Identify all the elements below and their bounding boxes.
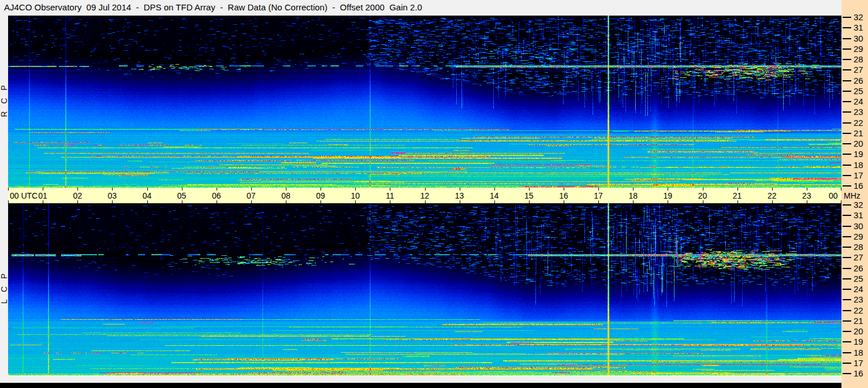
hour-label: 22 [768, 191, 777, 200]
time-tick [598, 188, 599, 191]
hour-label: 14 [490, 191, 499, 200]
hour-label: 19 [664, 191, 673, 200]
frequency-tick [843, 122, 851, 124]
hour-label: 01 [38, 191, 47, 200]
time-tick [390, 188, 390, 191]
time-tick [737, 188, 738, 191]
time-tick [633, 200, 634, 203]
time-tick [668, 200, 668, 203]
time-tick [182, 188, 182, 191]
hour-label: 08 [281, 191, 290, 200]
time-tick [460, 200, 460, 203]
time-tick [772, 188, 773, 191]
bottom-border-bar [0, 383, 841, 388]
time-tick [217, 200, 217, 203]
frequency-label: 18 [854, 160, 863, 170]
frequency-label: 21 [854, 316, 863, 326]
frequency-tick [843, 226, 851, 227]
frequency-tick [843, 215, 851, 216]
frequency-label: 28 [854, 242, 863, 252]
time-tick [8, 200, 9, 203]
hour-label: 03 [108, 191, 117, 200]
frequency-label: 24 [854, 96, 863, 106]
time-tick [321, 200, 321, 203]
frequency-label: 16 [854, 368, 863, 378]
time-tick [43, 188, 43, 191]
title-bar: AJ4CO Observatory 09 Jul 2014 - DPS on T… [0, 0, 841, 16]
frequency-label: 22 [854, 305, 863, 315]
frequency-tick [843, 247, 851, 248]
time-tick [425, 188, 426, 191]
time-tick [703, 188, 703, 191]
hour-label: 10 [351, 191, 360, 200]
frequency-label: 18 [854, 348, 863, 357]
rcp-axis-label: R C P [0, 76, 9, 126]
time-tick [112, 188, 113, 191]
frequency-tick [843, 289, 851, 290]
time-tick [112, 200, 113, 203]
time-tick [633, 188, 634, 191]
time-tick [251, 200, 252, 203]
frequency-tick [843, 80, 851, 81]
frequency-label: 31 [854, 210, 863, 220]
hour-label: 06 [212, 191, 221, 200]
time-tick [355, 200, 356, 203]
frequency-tick [843, 363, 851, 364]
hour-label: 05 [177, 191, 187, 200]
frequency-tick [843, 154, 851, 155]
time-tick [772, 200, 773, 203]
time-tick [251, 188, 252, 191]
hour-label: 15 [524, 191, 534, 200]
frequency-tick [843, 310, 851, 311]
frequency-label: 19 [854, 149, 863, 159]
time-tick [147, 200, 148, 203]
frequency-label: 32 [854, 12, 863, 22]
frequency-label: 29 [854, 232, 863, 241]
hour-label: 07 [247, 191, 256, 200]
frequency-label: 29 [854, 44, 863, 54]
time-tick [8, 188, 9, 191]
frequency-label: 22 [854, 118, 863, 128]
frequency-label: 26 [854, 263, 863, 273]
time-tick [43, 200, 43, 203]
lcp-spectrogram [8, 203, 841, 375]
frequency-label: 20 [854, 139, 863, 148]
time-tick [564, 200, 564, 203]
time-tick [77, 188, 78, 191]
frequency-tick [843, 257, 851, 258]
frequency-label: 27 [854, 65, 863, 74]
frequency-tick [843, 299, 851, 300]
time-tick [286, 200, 286, 203]
time-label-end: 00 [829, 191, 838, 200]
frequency-tick [843, 111, 851, 113]
time-tick [77, 200, 78, 203]
time-tick [494, 188, 495, 191]
frequency-tick [843, 133, 851, 134]
frequency-label: 23 [854, 294, 863, 304]
frequency-label: 17 [854, 170, 863, 180]
frequency-tick [843, 341, 851, 342]
time-tick [564, 188, 564, 191]
frequency-tick [843, 268, 851, 269]
time-tick [390, 200, 390, 203]
hour-label: 02 [73, 191, 82, 200]
time-tick [286, 188, 286, 191]
time-tick [529, 200, 530, 203]
time-tick [182, 200, 182, 203]
time-tick [355, 188, 356, 191]
frequency-tick [843, 331, 851, 332]
time-tick [668, 188, 668, 191]
frequency-axis-strip: MHz 323130292827262524232221201918171632… [841, 0, 868, 388]
frequency-label: 25 [854, 274, 863, 283]
time-tick [494, 200, 495, 203]
frequency-tick [843, 69, 851, 70]
frequency-tick [843, 143, 851, 144]
frequency-tick [843, 373, 851, 374]
frequency-label: 32 [854, 200, 863, 210]
frequency-tick [843, 48, 851, 50]
frequency-label: 19 [854, 337, 863, 346]
time-tick [460, 188, 460, 191]
frequency-label: 21 [854, 128, 863, 138]
frequency-label: 16 [854, 181, 863, 191]
frequency-tick [843, 320, 851, 322]
